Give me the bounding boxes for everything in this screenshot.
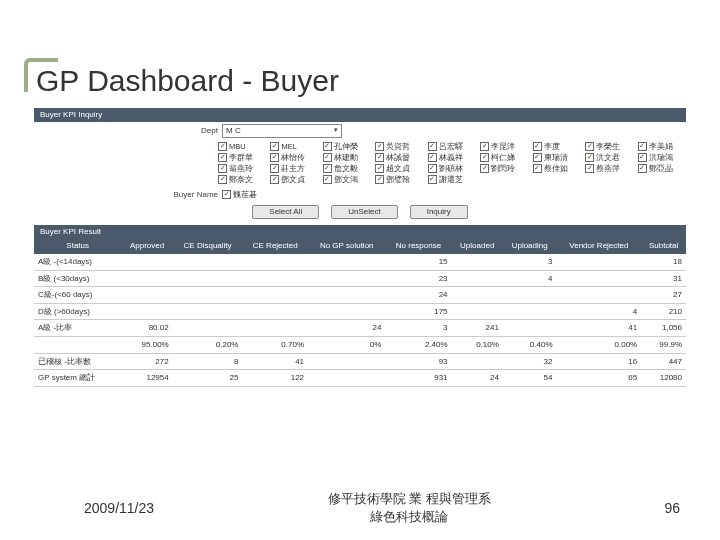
table-cell: 12954 xyxy=(121,370,172,387)
buyer-checkbox[interactable]: ✓MEL xyxy=(270,142,318,151)
checkbox-icon: ✓ xyxy=(375,142,384,151)
table-cell xyxy=(242,270,308,287)
table-header-cell: Status xyxy=(34,238,121,254)
buyer-checkbox[interactable]: ✓林誠晉 xyxy=(375,153,423,162)
table-cell xyxy=(452,353,503,370)
checkbox-icon: ✓ xyxy=(323,153,332,162)
table-row: 已稽核 -比率數272841933216447 xyxy=(34,353,686,370)
buyer-checkbox[interactable]: ✓鄧文鴻 xyxy=(323,175,371,184)
buyer-checkbox[interactable]: ✓李榮生 xyxy=(585,142,633,151)
buyer-checkbox[interactable]: ✓柬瑞清 xyxy=(533,153,581,162)
result-section-header: Buyer KPI Result xyxy=(34,225,686,239)
checkbox-label: 李榮生 xyxy=(596,142,620,151)
table-cell: 122 xyxy=(242,370,308,387)
checkbox-label: 吳資哲 xyxy=(386,142,410,151)
buyer-checkbox[interactable]: ✓謝還芝 xyxy=(428,175,476,184)
buyer-checkbox[interactable]: ✓詹文毅 xyxy=(323,164,371,173)
checkbox-icon: ✓ xyxy=(375,164,384,173)
checkbox-icon: ✓ xyxy=(533,142,542,151)
table-cell: 24 xyxy=(385,287,451,304)
table-cell: 23 xyxy=(385,270,451,287)
buyer-checkbox[interactable]: ✓柯仁娣 xyxy=(480,153,528,162)
buyer-checkbox[interactable]: ✓林義祥 xyxy=(428,153,476,162)
checkbox-icon: ✓ xyxy=(323,175,332,184)
table-cell: 8 xyxy=(173,353,243,370)
table-cell: 4 xyxy=(557,303,642,320)
table-cell: 447 xyxy=(641,353,686,370)
table-cell xyxy=(503,287,557,304)
buyer-checkbox[interactable]: ✓蔡佳如 xyxy=(533,164,581,173)
dept-select[interactable]: M C ▾ xyxy=(222,124,342,138)
table-row: GP system 總計129542512293124546512080 xyxy=(34,370,686,387)
table-cell: 0.10% xyxy=(452,336,503,353)
select-all-button[interactable]: Select All xyxy=(252,205,319,219)
table-cell: 12080 xyxy=(641,370,686,387)
kpi-result-table: StatusApprovedCE DisqualityCE RejectedNo… xyxy=(34,238,686,386)
table-cell xyxy=(308,353,385,370)
checkbox-label: 謝還芝 xyxy=(439,175,463,184)
buyer-checkbox[interactable]: ✓李昆洋 xyxy=(480,142,528,151)
buyer-checkbox[interactable]: ✓魏荏碁 xyxy=(222,190,257,199)
table-cell xyxy=(121,270,172,287)
buyer-checkbox[interactable]: ✓蔡燕萍 xyxy=(585,164,633,173)
table-cell: 3 xyxy=(385,320,451,337)
checkbox-icon: ✓ xyxy=(585,164,594,173)
checkbox-icon: ✓ xyxy=(218,164,227,173)
checkbox-label: 趙文貞 xyxy=(386,164,410,173)
checkbox-icon: ✓ xyxy=(218,175,227,184)
buyer-checkbox[interactable]: ✓莊主方 xyxy=(270,164,318,173)
buyer-checkbox[interactable]: ✓劉碩林 xyxy=(428,164,476,173)
buyer-checkbox[interactable]: ✓李群華 xyxy=(218,153,266,162)
buyer-name-row: Buyer Name ✓魏荏碁 xyxy=(34,188,686,202)
checkbox-label: 洪文君 xyxy=(596,153,620,162)
checkbox-icon: ✓ xyxy=(222,190,231,199)
table-cell: 80.02 xyxy=(121,320,172,337)
table-cell xyxy=(557,287,642,304)
checkbox-icon: ✓ xyxy=(533,164,542,173)
table-cell: 65 xyxy=(557,370,642,387)
footer-date: 2009/11/23 xyxy=(84,500,154,516)
inquiry-button[interactable]: Inquiry xyxy=(410,205,468,219)
buyer-checkbox[interactable]: ✓劉閃玲 xyxy=(480,164,528,173)
checkbox-label: 孔伸榮 xyxy=(334,142,358,151)
buyer-checkbox[interactable]: ✓呂宏驛 xyxy=(428,142,476,151)
checkbox-label: 林誠晉 xyxy=(386,153,410,162)
buyer-checkbox[interactable]: ✓鄧璧翰 xyxy=(375,175,423,184)
buyer-checkbox[interactable]: ✓翁燕玲 xyxy=(218,164,266,173)
table-cell: 16 xyxy=(557,353,642,370)
buyer-checkbox[interactable]: ✓吳資哲 xyxy=(375,142,423,151)
table-cell: 41 xyxy=(557,320,642,337)
buyer-checkbox[interactable]: ✓李美娟 xyxy=(638,142,686,151)
buyer-checkbox[interactable]: ✓鄭亞晶 xyxy=(638,164,686,173)
table-cell xyxy=(34,336,121,353)
table-cell xyxy=(452,303,503,320)
buyer-checkbox[interactable]: ✓洪瑞鴻 xyxy=(638,153,686,162)
checkbox-label: 柬瑞清 xyxy=(544,153,568,162)
buyer-checkbox[interactable]: ✓MBU xyxy=(218,142,266,151)
table-cell: 95.00% xyxy=(121,336,172,353)
buyer-checkbox-grid: ✓MBU✓MEL✓孔伸榮✓吳資哲✓呂宏驛✓李昆洋✓李度✓李榮生✓李美娟✓李群華✓… xyxy=(34,140,686,188)
checkbox-icon: ✓ xyxy=(585,142,594,151)
buyer-checkbox[interactable]: ✓鄧文貞 xyxy=(270,175,318,184)
buyer-checkbox[interactable]: ✓林怡伶 xyxy=(270,153,318,162)
checkbox-label: 洪瑞鴻 xyxy=(649,153,673,162)
table-cell: 41 xyxy=(242,353,308,370)
table-header-cell: CE Disquality xyxy=(173,238,243,254)
buyer-checkbox[interactable]: ✓鄭奈文 xyxy=(218,175,266,184)
table-cell: 0.20% xyxy=(173,336,243,353)
dept-value: M C xyxy=(226,126,241,136)
buyer-checkbox[interactable]: ✓趙文貞 xyxy=(375,164,423,173)
unselect-button[interactable]: UnSelect xyxy=(331,205,397,219)
table-header-cell: Subtotal xyxy=(641,238,686,254)
table-cell xyxy=(242,320,308,337)
buyer-checkbox[interactable]: ✓林建勳 xyxy=(323,153,371,162)
buyer-checkbox[interactable]: ✓孔伸榮 xyxy=(323,142,371,151)
checkbox-icon: ✓ xyxy=(533,153,542,162)
table-cell: 54 xyxy=(503,370,557,387)
table-header-cell: Vendor Rejected xyxy=(557,238,642,254)
checkbox-icon: ✓ xyxy=(638,164,647,173)
buyer-checkbox[interactable]: ✓李度 xyxy=(533,142,581,151)
buyer-checkbox[interactable]: ✓洪文君 xyxy=(585,153,633,162)
checkbox-icon: ✓ xyxy=(638,142,647,151)
checkbox-label: MBU xyxy=(229,142,246,151)
